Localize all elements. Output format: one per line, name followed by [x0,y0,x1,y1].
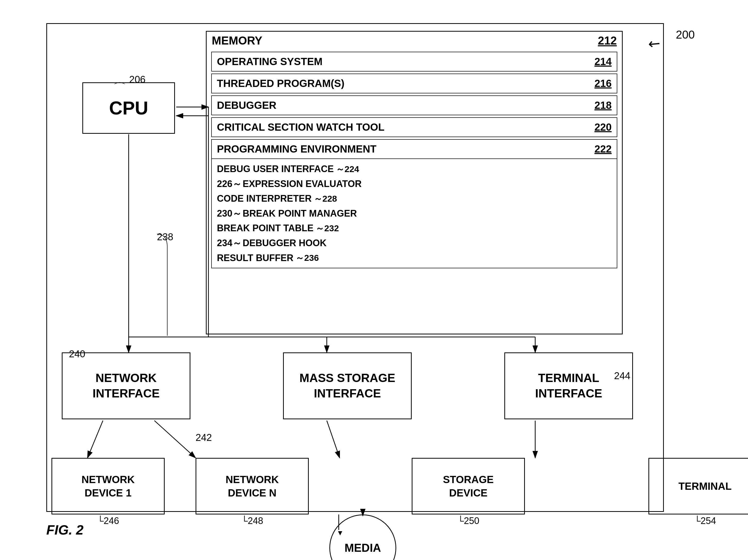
mass-storage-interface-box: MASS STORAGEINTERFACE [283,352,412,419]
ref-254: └254 [694,515,716,526]
ref-238: 238 [157,232,173,243]
curve-206: ⌒ [113,80,126,97]
cpu-box: CPU [82,82,175,134]
ref-248: └248 [241,515,263,526]
cswt-item: CRITICAL SECTION WATCH TOOL 220 [211,117,617,137]
storage-to-media-line [338,514,339,530]
ref-250: └250 [457,515,480,526]
memory-ref: 212 [598,34,617,47]
os-item: OPERATING SYSTEM 214 [211,52,617,72]
prog-env-inner: DEBUG USER INTERFACE ～224 226～ EXPRESSIO… [212,159,617,268]
code-interp-line: CODE INTERPRETER ～228 [217,191,612,206]
terminal-box: TERMINAL [649,458,748,514]
network-device-n-box: NETWORKDEVICE N [195,458,309,514]
bp-mgr-line: 230～ BREAK POINT MANAGER [217,206,612,221]
result-buf-line: RESULT BUFFER ～236 [217,250,612,265]
ref-246: └246 [97,515,119,526]
interface-row: NETWORKINTERFACE MASS STORAGEINTERFACE T… [62,352,633,419]
terminal-interface-box: TERMINALINTERFACE [504,352,633,419]
memory-header: MEMORY 212 [207,32,622,50]
expr-eval-line: 226～ EXPRESSION EVALUATOR [217,176,612,191]
device-row: NETWORKDEVICE 1 └246 NETWORKDEVICE N └24… [51,458,748,526]
network-device-1-box: NETWORKDEVICE 1 [51,458,165,514]
threaded-item: THREADED PROGRAM(S) 216 [211,74,617,93]
prog-env-header: PROGRAMMING ENVIRONMENT 222 [212,140,617,159]
network-interface-box: NETWORKINTERFACE [62,352,190,419]
cpu-label: CPU [109,97,148,119]
debugger-item: DEBUGGER 218 [211,95,617,115]
storage-device-box: STORAGEDEVICE [412,458,525,514]
memory-label: MEMORY [212,34,262,47]
ref-244: 244 [614,370,630,382]
debug-ui-line: DEBUG USER INTERFACE ～224 [217,162,612,176]
bp-table-line: BREAK POINT TABLE ～232 [217,221,612,236]
ref-206: 206 [129,74,145,85]
media-area: MEDIA └252 [329,514,396,560]
prog-env-box: PROGRAMMING ENVIRONMENT 222 DEBUG USER I… [211,139,617,268]
ref-242: 242 [195,432,212,443]
memory-box: MEMORY 212 OPERATING SYSTEM 214 THREADED… [206,31,623,334]
ref-200: 200 [676,28,695,41]
media-circle: MEDIA [329,514,396,560]
storage-to-media-arrowhead: ▼ [336,529,344,537]
ref-240: 240 [69,348,85,360]
dbg-hook-line: 234～ DEBUGGER HOOK [217,236,612,250]
